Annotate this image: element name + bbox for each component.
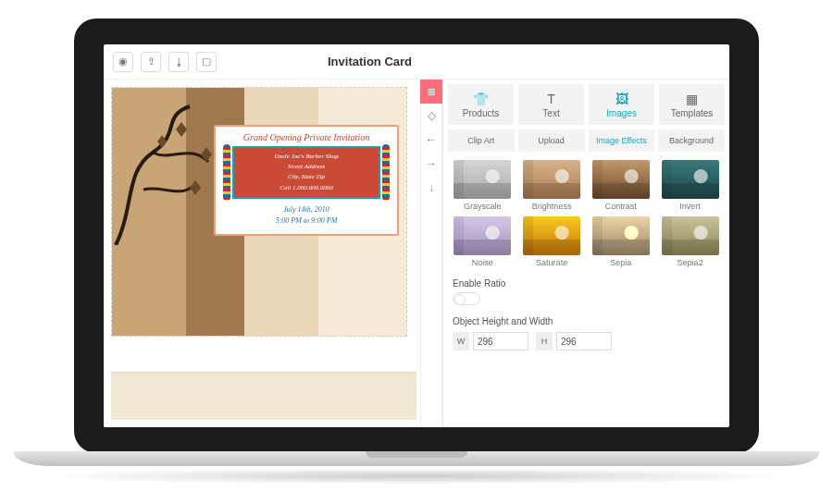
tab-images[interactable]: 🖼 Images [589, 84, 654, 125]
dimensions-section: Object Height and Width W H [443, 311, 729, 356]
effect-thumb [592, 216, 650, 255]
laptop-bezel: ◉ ⇪ ⭳ ▢ Invitation Card [74, 18, 759, 453]
height-input[interactable] [556, 332, 612, 350]
effect-thumb [592, 160, 650, 199]
tab-label: Text [542, 108, 559, 118]
card-line1: Uncle Joe's Barber Shop [240, 152, 373, 162]
card-date: July 14th, 2010 [223, 204, 390, 215]
document-title: Invitation Card [217, 55, 720, 68]
share-icon: ⇪ [147, 55, 155, 68]
effect-grayscale[interactable]: Grayscale [451, 160, 515, 211]
download-icon: ⭳ [174, 56, 184, 68]
eraser-button[interactable]: ◇ [420, 104, 442, 128]
view-button[interactable]: ◉ [113, 52, 133, 72]
image-icon: 🖼 [615, 92, 628, 106]
laptop-shadow [37, 468, 796, 485]
card-heading: Grand Opening Private Invitation [223, 132, 390, 142]
save-icon: ▢ [202, 55, 211, 68]
undo-icon: ← [426, 133, 437, 146]
width-input[interactable] [473, 332, 528, 350]
text-icon: T [547, 92, 555, 106]
subtab-background[interactable]: Background [658, 129, 725, 152]
tab-products[interactable]: 👕 Products [448, 84, 514, 125]
card-line2: Street Address [240, 162, 373, 172]
tab-label: Products [463, 108, 499, 118]
card-line3: City, State Zip [240, 172, 373, 182]
scroll-spindle-right [382, 144, 390, 201]
effects-grid: Grayscale Brightness Contrast Invert Noi… [443, 156, 729, 273]
download-button[interactable]: ⭳ [168, 52, 189, 72]
save-button[interactable]: ▢ [196, 52, 217, 72]
panel-tabs: 👕 Products T Text 🖼 Images ▦ [443, 80, 729, 129]
height-field: H [536, 332, 612, 350]
tool-rail: ≣ ◇ ← → ↓ [420, 80, 442, 427]
ratio-label: Enable Ratio [453, 278, 720, 289]
canvas-bottom-area [111, 350, 416, 420]
subtab-image-effects[interactable]: Image Effects [589, 129, 655, 152]
effect-thumb [454, 160, 511, 199]
width-label: W [453, 332, 469, 350]
card-scroll: Uncle Joe's Barber Shop Street Address C… [232, 146, 380, 199]
card-time: 5:00 PM to 9:00 PM [223, 215, 390, 227]
effect-thumb [662, 160, 719, 199]
tshirt-icon: 👕 [473, 92, 489, 106]
arrow-down-icon: ↓ [429, 181, 434, 194]
effect-sepia2[interactable]: Sepia2 [658, 216, 722, 267]
effect-invert[interactable]: Invert [658, 160, 722, 211]
redo-icon: → [426, 157, 437, 170]
effect-thumb [523, 216, 580, 255]
effect-saturate[interactable]: Saturate [520, 216, 584, 267]
ratio-section: Enable Ratio [443, 273, 729, 311]
effect-sepia[interactable]: Sepia [590, 216, 653, 267]
laptop-mockup: ◉ ⇪ ⭳ ▢ Invitation Card [74, 18, 759, 453]
eye-icon: ◉ [118, 55, 128, 68]
eraser-icon: ◇ [428, 109, 436, 122]
share-button[interactable]: ⇪ [141, 52, 161, 72]
effect-contrast[interactable]: Contrast [590, 160, 653, 211]
effect-brightness[interactable]: Brightness [520, 160, 584, 211]
tab-label: Templates [671, 108, 714, 118]
subtab-clipart[interactable]: Clip Art [448, 129, 515, 152]
topbar-actions: ◉ ⇪ ⭳ ▢ [113, 52, 217, 72]
ratio-toggle[interactable] [453, 292, 480, 305]
width-field: W [453, 332, 528, 350]
tab-text[interactable]: T Text [518, 84, 584, 125]
layers-button[interactable]: ≣ [420, 80, 442, 104]
right-panel: 👕 Products T Text 🖼 Images ▦ [442, 80, 729, 427]
undo-button[interactable]: ← [420, 128, 442, 152]
dimensions-label: Object Height and Width [453, 316, 720, 326]
effect-thumb [662, 216, 719, 255]
redo-button[interactable]: → [420, 152, 442, 176]
invitation-card[interactable]: Grand Opening Private Invitation Uncle J… [214, 125, 399, 236]
effect-thumb [454, 216, 511, 255]
subtab-upload[interactable]: Upload [518, 129, 585, 152]
topbar: ◉ ⇪ ⭳ ▢ Invitation Card [104, 44, 729, 80]
main-area: Grand Opening Private Invitation Uncle J… [104, 80, 729, 427]
tab-label: Images [606, 108, 637, 118]
card-footer: July 14th, 2010 5:00 PM to 9:00 PM [223, 204, 390, 227]
laptop-notch [366, 451, 467, 458]
panel-subtabs: Clip Art Upload Image Effects Background [443, 129, 729, 156]
template-icon: ▦ [686, 92, 698, 106]
height-label: H [536, 332, 553, 350]
canvas-area[interactable]: Grand Opening Private Invitation Uncle J… [104, 80, 420, 427]
app-screen: ◉ ⇪ ⭳ ▢ Invitation Card [104, 44, 729, 427]
design-canvas[interactable]: Grand Opening Private Invitation Uncle J… [111, 87, 407, 337]
scroll-spindle-left [223, 144, 230, 201]
tab-templates[interactable]: ▦ Templates [659, 84, 725, 125]
effect-noise[interactable]: Noise [451, 216, 515, 267]
layers-icon: ≣ [427, 85, 436, 98]
effect-thumb [523, 160, 580, 199]
move-down-button[interactable]: ↓ [420, 176, 442, 200]
card-line4: Call 1.000.000.0000 [240, 183, 373, 193]
